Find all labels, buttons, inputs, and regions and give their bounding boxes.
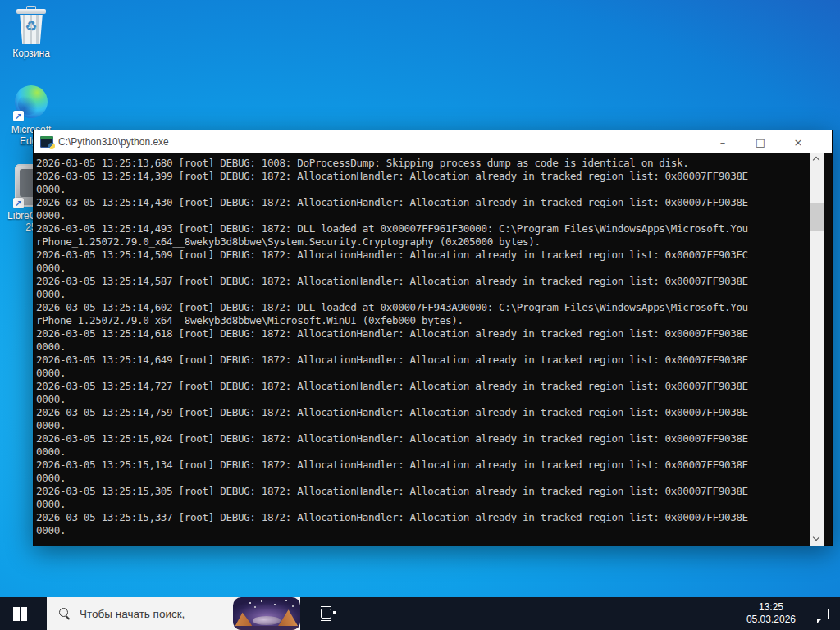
desktop-icon-recycle-bin[interactable]: ♻ Корзина: [0, 5, 62, 59]
console-log-line: 0000.: [36, 393, 811, 406]
scrollbar-down-arrow-icon[interactable]: [810, 532, 824, 546]
console-log-line: rPhone_1.25072.79.0_x64__8wekyb3d8bbwe\S…: [36, 235, 811, 249]
console-log-line: 0000.: [36, 288, 811, 301]
console-scrollbar[interactable]: [810, 153, 824, 546]
console-log-line: 2026-03-05 13:25:14,727 [root] DEBUG: 18…: [36, 380, 811, 393]
search-highlight-image[interactable]: [233, 597, 300, 630]
recycle-symbol-icon: ♻: [13, 18, 49, 35]
shortcut-arrow-icon: ↗: [13, 198, 24, 208]
console-log-line: 2026-03-05 13:25:14,509 [root] DEBUG: 18…: [36, 249, 811, 262]
recycle-bin-lid: [16, 9, 46, 14]
notification-icon: [815, 609, 829, 619]
console-log-line: 0000.: [36, 340, 811, 354]
action-center-button[interactable]: [809, 597, 833, 630]
console-log-line: 2026-03-05 13:25:14,759 [root] DEBUG: 18…: [36, 406, 811, 419]
desktop-background: ♻ Корзина ↗ Microsoft Edge ↗ LibreOffice…: [0, 0, 840, 630]
console-log-line: 2026-03-05 13:25:14,399 [root] DEBUG: 18…: [36, 170, 811, 183]
clock-time: 13:25: [746, 601, 796, 614]
console-log-line: 2026-03-05 13:25:13,680 [root] DEBUG: 10…: [36, 157, 811, 170]
console-log-line: 0000.: [36, 367, 811, 380]
console-log-line: 2026-03-05 13:25:14,587 [root] DEBUG: 18…: [36, 275, 811, 288]
console-log-line: 2026-03-05 13:25:15,134 [root] DEBUG: 18…: [36, 459, 811, 472]
shortcut-arrow-icon: ↗: [13, 111, 24, 121]
console-log-line: 0000.: [36, 419, 811, 432]
task-view-button[interactable]: [310, 597, 346, 630]
console-log-line: 0000.: [36, 498, 811, 511]
taskbar-clock[interactable]: 13:25 05.03.2026: [746, 601, 796, 626]
console-log-line: 2026-03-05 13:25:15,024 [root] DEBUG: 18…: [36, 432, 811, 445]
window-titlebar[interactable]: C:\Python310\python.exe – □ ×: [34, 130, 832, 153]
console-log-line: 2026-03-05 13:25:15,305 [root] DEBUG: 18…: [36, 485, 811, 498]
rocks-decoration: [253, 616, 281, 625]
console-log-line: 0000.: [36, 524, 811, 537]
search-icon: [58, 607, 71, 620]
console-log-line: 2026-03-05 13:25:15,337 [root] DEBUG: 18…: [36, 511, 811, 524]
maximize-button[interactable]: □: [742, 130, 779, 153]
console-log-line: 0000.: [36, 445, 811, 459]
scrollbar-thumb[interactable]: [810, 203, 824, 231]
console-log-line: 2026-03-05 13:25:14,649 [root] DEBUG: 18…: [36, 354, 811, 367]
console-log-line: 2026-03-05 13:25:14,618 [root] DEBUG: 18…: [36, 327, 811, 340]
stars-decoration: [249, 602, 251, 604]
windows-logo-icon: [13, 607, 27, 621]
task-view-icon: [320, 607, 336, 620]
console-log-line: 0000.: [36, 472, 811, 485]
clock-date: 05.03.2026: [746, 614, 796, 626]
search-box[interactable]: Чтобы начать поиск,: [47, 597, 300, 630]
console-log-line: 2026-03-05 13:25:14,602 [root] DEBUG: 18…: [36, 301, 811, 314]
console-log-line: 0000.: [36, 209, 811, 222]
console-log-line: 0000.: [36, 183, 811, 196]
minimize-button[interactable]: –: [704, 130, 742, 153]
console-log-line: 2026-03-05 13:25:14,493 [root] DEBUG: 18…: [36, 222, 811, 235]
recycle-bin-icon: ♻: [13, 5, 49, 46]
scrollbar-up-arrow-icon[interactable]: [810, 153, 824, 167]
system-tray: 13:25 05.03.2026: [746, 597, 833, 630]
close-button[interactable]: ×: [779, 130, 817, 153]
console-log-line: rPhone_1.25072.79.0_x64__8wekyb3d8bbwe\M…: [36, 314, 811, 327]
console-log-line: 0000.: [36, 262, 811, 275]
console-output[interactable]: 2026-03-05 13:25:13,680 [root] DEBUG: 10…: [34, 153, 811, 546]
window-title: C:\Python310\python.exe: [58, 136, 704, 148]
ground-decoration: [233, 626, 300, 630]
python-console-icon: [40, 136, 53, 148]
search-placeholder: Чтобы начать поиск,: [80, 608, 185, 620]
taskbar: Чтобы начать поиск, 13:25 05.03.2026: [0, 597, 840, 630]
console-window: C:\Python310\python.exe – □ × 2026-03-05…: [33, 130, 833, 546]
recycle-bin-label: Корзина: [0, 48, 62, 59]
console-log-line: 2026-03-05 13:25:14,430 [root] DEBUG: 18…: [36, 196, 811, 209]
start-button[interactable]: [0, 597, 39, 630]
